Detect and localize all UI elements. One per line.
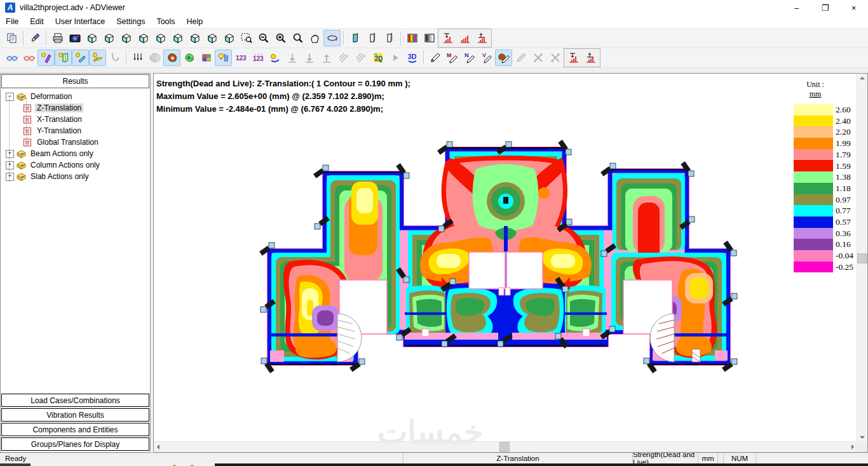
diagram-max-button[interactable] xyxy=(582,50,599,66)
raise-values-icon xyxy=(320,51,333,64)
draw-shear-button[interactable] xyxy=(478,50,495,66)
format-painter-icon xyxy=(29,32,41,44)
slice-near-button[interactable] xyxy=(346,30,363,46)
viewport[interactable]: Strength(Dead and Live): Z-Translation:(… xyxy=(153,73,868,453)
result-max-chart-button[interactable] xyxy=(473,30,491,46)
contour-lines-button[interactable] xyxy=(146,50,163,66)
show-columns-toggle[interactable] xyxy=(37,50,55,66)
view-cube-iso-nw-button[interactable] xyxy=(203,30,220,46)
contour-zones-button[interactable] xyxy=(180,50,198,66)
taskbar-start-area[interactable] xyxy=(0,463,31,466)
close-button[interactable]: × xyxy=(839,0,868,15)
horizontal-scrollbar[interactable] xyxy=(154,441,857,452)
windows-taskbar[interactable] xyxy=(0,463,868,466)
view-3d-button[interactable] xyxy=(403,50,421,66)
draw-normal-button[interactable] xyxy=(461,50,478,66)
taskbar-apps-area[interactable] xyxy=(215,463,868,466)
panel-button-components-and-entities[interactable]: Components and Entities xyxy=(1,423,149,436)
show-columns-icon xyxy=(40,51,53,64)
result-item-icon xyxy=(22,103,33,113)
expand-box[interactable]: + xyxy=(6,150,14,158)
view-cube-iso-ne-button[interactable] xyxy=(186,30,203,46)
slice-mid-button[interactable] xyxy=(363,30,381,46)
result-header-line1: Strength(Dead and Live): Z-Translation:(… xyxy=(156,77,410,90)
result-chart-button[interactable] xyxy=(456,30,473,46)
horizontal-scroll-thumb[interactable] xyxy=(499,442,510,452)
view-cube-back-button[interactable] xyxy=(100,30,118,46)
view-cube-top-button[interactable] xyxy=(152,30,169,46)
tree-item-slab-actions-only[interactable]: +Slab Actions only xyxy=(1,171,150,182)
wireframe-glasses-button[interactable] xyxy=(3,50,20,66)
draw-moment-button[interactable] xyxy=(444,50,461,66)
tree-item-column-actions-only[interactable]: +Column Actions only xyxy=(1,159,150,171)
snapshot-button[interactable] xyxy=(66,30,83,46)
menu-edit[interactable]: Edit xyxy=(24,15,50,28)
color-scale-button[interactable] xyxy=(403,30,421,46)
contour-filled-toggle[interactable] xyxy=(163,50,180,66)
format-painter-button[interactable] xyxy=(26,30,43,46)
panel-button-groups-planes-for-display[interactable]: Groups/Planes for Display xyxy=(1,437,149,451)
panel-button-vibration-results[interactable]: Vibration Results xyxy=(1,408,149,422)
expand-box[interactable]: + xyxy=(6,161,14,170)
legend-title: Unit : xyxy=(791,80,839,90)
taskbar-search-box[interactable] xyxy=(31,463,215,466)
view-2d-button[interactable] xyxy=(369,50,386,66)
result-min-chart-button[interactable] xyxy=(439,30,456,46)
menu-file[interactable]: File xyxy=(0,15,24,28)
copy-button[interactable] xyxy=(3,30,20,46)
menu-tools[interactable]: Tools xyxy=(151,15,180,28)
zoom-extents-button[interactable] xyxy=(289,30,306,46)
results-panel-header[interactable]: Results xyxy=(1,74,149,88)
view-cube-right-button[interactable] xyxy=(135,30,152,46)
print-button[interactable] xyxy=(49,30,66,46)
minimize-button[interactable]: – xyxy=(782,0,811,15)
tree-item-deformation[interactable]: −Deformation xyxy=(1,91,150,102)
scrollbar-corner xyxy=(857,442,867,452)
expand-box[interactable]: + xyxy=(6,173,14,181)
restore-button[interactable]: ❐ xyxy=(811,0,839,15)
smooth-results-button[interactable] xyxy=(266,50,283,66)
numbers-button[interactable] xyxy=(232,50,249,66)
show-values-toggle[interactable] xyxy=(215,50,232,66)
tree-item-x-translation[interactable]: X-Translation xyxy=(1,114,150,125)
zoom-out-button[interactable] xyxy=(255,30,272,46)
gray-scale-button[interactable] xyxy=(421,30,438,46)
draw-contour-toggle[interactable] xyxy=(495,50,512,66)
tree-item-global-translation[interactable]: Global Translation xyxy=(1,136,150,148)
scroll-right-arrow[interactable] xyxy=(851,444,854,449)
draw-deformation-button[interactable] xyxy=(426,50,444,66)
collapse-box[interactable]: − xyxy=(6,93,14,101)
view-cube-front-button[interactable] xyxy=(83,30,100,46)
slice-far-button[interactable] xyxy=(381,30,398,46)
render-glasses-button[interactable] xyxy=(20,50,37,66)
legend-swatch xyxy=(794,104,833,116)
view-cube-left-button[interactable] xyxy=(118,30,135,46)
menu-settings[interactable]: Settings xyxy=(111,15,151,28)
load-arrows-button[interactable] xyxy=(129,50,146,66)
zoom-in-button[interactable] xyxy=(272,30,289,46)
tree-item-beam-actions-only[interactable]: +Beam Actions only xyxy=(1,148,150,159)
scroll-down-arrow[interactable] xyxy=(860,436,865,439)
panel-button-load-cases-combinations[interactable]: Load Cases/Combinations xyxy=(1,394,149,407)
show-slabs-toggle[interactable] xyxy=(89,50,106,66)
tree-item-z-translation[interactable]: Z-Translation xyxy=(1,102,150,114)
tree-item-y-translation[interactable]: Y-Translation xyxy=(1,125,150,136)
diagram-min-button[interactable] xyxy=(565,50,582,66)
patch-colors-button[interactable] xyxy=(198,50,215,66)
orbit-button[interactable] xyxy=(323,30,341,46)
show-walls-toggle[interactable] xyxy=(55,50,72,66)
numbers-off-button[interactable] xyxy=(249,50,266,66)
vertical-scroll-thumb[interactable] xyxy=(857,253,867,263)
pan-button[interactable] xyxy=(306,30,323,46)
result-min-chart-icon xyxy=(442,32,454,44)
menu-user-interface[interactable]: User Interface xyxy=(50,15,111,28)
scroll-up-arrow[interactable] xyxy=(860,77,865,79)
scroll-left-arrow[interactable] xyxy=(157,444,159,449)
contour-plot[interactable] xyxy=(154,74,856,442)
vertical-scrollbar[interactable] xyxy=(857,74,867,442)
view-cube-bottom-button[interactable] xyxy=(169,30,186,46)
menu-help[interactable]: Help xyxy=(181,15,209,28)
view-cube-iso-se-button[interactable] xyxy=(220,30,238,46)
show-beams-toggle[interactable] xyxy=(72,50,89,66)
zoom-window-button[interactable] xyxy=(238,30,255,46)
